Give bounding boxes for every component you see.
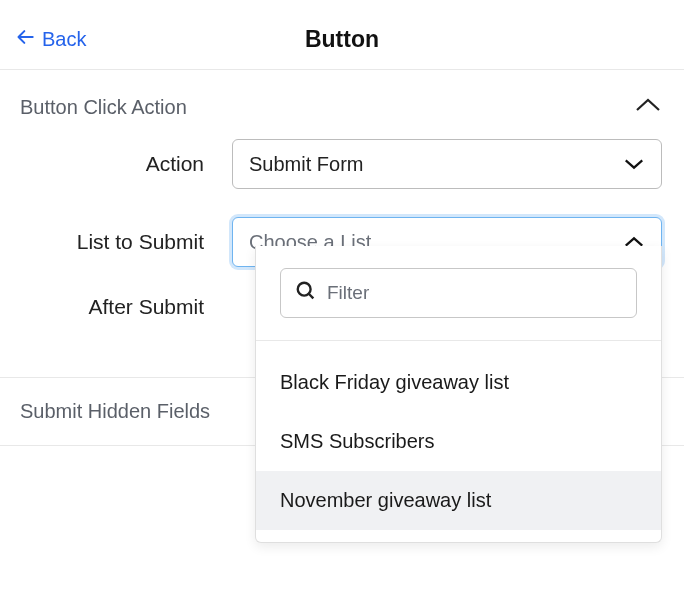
dropdown-filter-input[interactable] xyxy=(327,282,622,304)
label-list-to-submit: List to Submit xyxy=(22,230,232,254)
dropdown-filter-area xyxy=(256,246,661,341)
select-action[interactable]: Submit Form xyxy=(232,139,662,189)
select-action-value: Submit Form xyxy=(249,153,363,176)
row-action: Action Submit Form xyxy=(22,139,662,189)
section-title: Button Click Action xyxy=(20,96,187,119)
section-toggle-click-action[interactable]: Button Click Action xyxy=(0,70,684,139)
dropdown-list-to-submit: Black Friday giveaway listSMS Subscriber… xyxy=(255,246,662,543)
svg-point-1 xyxy=(298,283,311,296)
section-title: Submit Hidden Fields xyxy=(20,400,210,423)
search-icon xyxy=(295,280,317,306)
arrow-left-icon xyxy=(16,27,36,52)
chevron-up-icon xyxy=(634,96,662,119)
back-label: Back xyxy=(42,28,86,51)
label-after-submit: After Submit xyxy=(22,295,232,319)
dropdown-options: Black Friday giveaway listSMS Subscriber… xyxy=(256,341,661,542)
page-title: Button xyxy=(305,26,379,53)
page-header: Back Button xyxy=(0,10,684,70)
label-action: Action xyxy=(22,152,232,176)
chevron-down-icon xyxy=(623,153,645,176)
dropdown-option[interactable]: SMS Subscribers xyxy=(256,412,661,471)
svg-line-2 xyxy=(309,294,314,299)
dropdown-filter-box xyxy=(280,268,637,318)
back-button[interactable]: Back xyxy=(16,27,86,52)
dropdown-option[interactable]: November giveaway list xyxy=(256,471,661,530)
dropdown-option[interactable]: Black Friday giveaway list xyxy=(256,353,661,412)
